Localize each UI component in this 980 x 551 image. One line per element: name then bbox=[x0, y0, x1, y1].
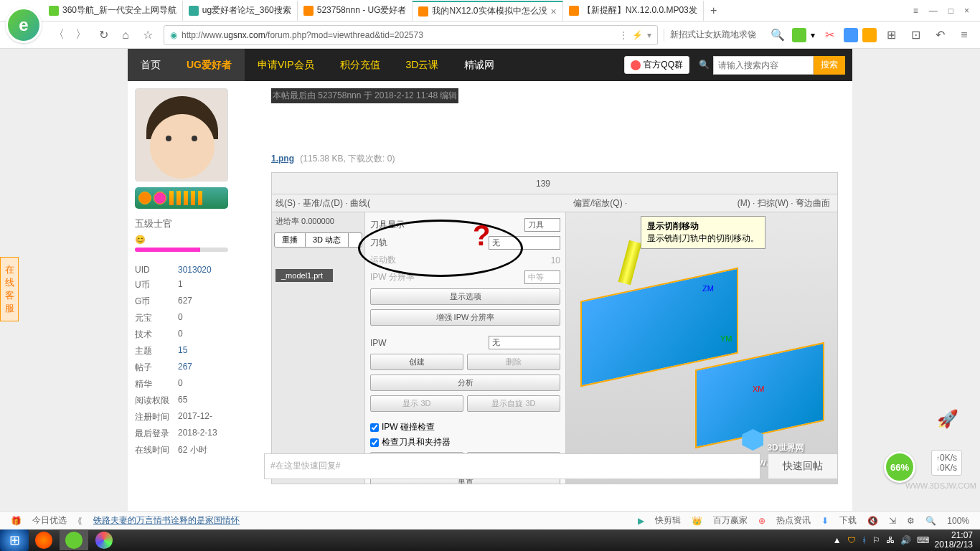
scroll-top-icon[interactable]: 🚀 bbox=[937, 409, 958, 429]
nav-ug[interactable]: UG爱好者 bbox=[174, 49, 245, 81]
undo-icon[interactable]: ↶ bbox=[930, 25, 950, 45]
nav-jc[interactable]: 精诚网 bbox=[451, 49, 507, 81]
browser-logo: e bbox=[6, 7, 42, 43]
user-panel: 五级士官 😊 UID3013020U币1G币627元宝0技术0主题15帖子267… bbox=[135, 81, 250, 491]
address-bar: 〈 〉 ↻ ⌂ ☆ ◉ http://www.ugsnx.com/forum.p… bbox=[0, 22, 980, 49]
task-icon-browser[interactable] bbox=[60, 530, 88, 550]
promo-text[interactable]: 新招式让女妖跪地求饶 bbox=[664, 29, 762, 41]
tab-0[interactable]: 360导航_新一代安全上网导航 bbox=[43, 1, 183, 21]
reload-icon[interactable]: ↻ bbox=[93, 25, 113, 45]
ext-icon-3[interactable] bbox=[844, 28, 858, 42]
support-tab[interactable]: 在线客服 bbox=[0, 257, 19, 321]
browser-status-bar: 🎁今日优选 ⟪铁路夫妻的万言情书诠释的是家国情怀 ▶快剪辑 👑百万赢家 ⊕热点资… bbox=[0, 511, 980, 529]
level-progress bbox=[135, 248, 228, 252]
quick-reply-button[interactable]: 快速回帖 bbox=[768, 453, 838, 479]
crown-icon[interactable]: 👑 bbox=[692, 516, 702, 526]
close-window-icon[interactable]: × bbox=[964, 6, 969, 16]
avatar[interactable] bbox=[135, 88, 228, 182]
attachment-link[interactable]: 1.png bbox=[271, 154, 294, 164]
minimize-icon[interactable]: — bbox=[929, 6, 938, 16]
settings-icon[interactable]: ⚙ bbox=[907, 516, 915, 526]
nav-vip[interactable]: 申请VIP会员 bbox=[245, 49, 327, 81]
ext-icon-1[interactable] bbox=[792, 28, 806, 42]
qq-button[interactable]: 官方QQ群 bbox=[624, 56, 689, 74]
edit-note: 本帖最后由 523758nnn 于 2018-2-12 11:48 编辑 bbox=[271, 88, 458, 103]
clock[interactable]: 21:072018/2/13 bbox=[935, 531, 973, 550]
nav-3d[interactable]: 3D云课 bbox=[393, 49, 452, 81]
corner-watermark: WWW.3DSJW.COM bbox=[905, 481, 976, 490]
chevron-down-icon[interactable]: ▾ bbox=[647, 30, 651, 40]
forum-search-button[interactable]: 搜索 bbox=[814, 56, 845, 75]
gift-icon[interactable]: 🎁 bbox=[11, 516, 22, 526]
post-body: 本帖最后由 523758nnn 于 2018-2-12 11:48 编辑 1.p… bbox=[250, 81, 845, 491]
ext-icon-2[interactable]: ▾ bbox=[811, 30, 815, 40]
forum-nav: 首页 UG爱好者 申请VIP会员 积分充值 3D云课 精诚网 官方QQ群 🔍 搜… bbox=[128, 49, 852, 81]
flash-icon[interactable]: ⚡ bbox=[632, 30, 643, 40]
new-tab-button[interactable]: + bbox=[704, 1, 724, 21]
net-speed: ↑0K/s↓0K/s bbox=[931, 450, 962, 476]
mood-icon: 😊 bbox=[135, 235, 250, 245]
nav-home[interactable]: 首页 bbox=[128, 49, 174, 81]
user-stats: UID3013020U币1G币627元宝0技术0主题15帖子267精华0阅读权限… bbox=[135, 263, 250, 458]
apps-icon[interactable]: ⊞ bbox=[881, 25, 901, 45]
tray-vol-icon[interactable]: 🔊 bbox=[900, 535, 911, 545]
scissors-icon[interactable]: ✂ bbox=[819, 25, 839, 45]
tab-3[interactable]: 我的NX12.0实体模拟中怎么没× bbox=[413, 1, 562, 21]
forum-search-input[interactable] bbox=[713, 56, 814, 75]
system-tray[interactable]: ▲ 🛡 ᚼ ⚐ 🖧 🔊 ⌨ 21:072018/2/13 bbox=[826, 531, 980, 550]
menu-icon[interactable]: ≡ bbox=[913, 6, 918, 16]
quick-reply-input[interactable]: #在这里快速回复# bbox=[264, 453, 760, 479]
tab-strip: 360导航_新一代安全上网导航 ug爱好者论坛_360搜索 523758nnn … bbox=[0, 0, 980, 22]
ext-icon-4[interactable] bbox=[862, 28, 877, 42]
tab-1[interactable]: ug爱好者论坛_360搜索 bbox=[183, 1, 298, 21]
favorite-icon[interactable]: ☆ bbox=[138, 25, 158, 45]
download-icon[interactable]: ⊡ bbox=[905, 25, 925, 45]
speed-badge[interactable]: 66% bbox=[884, 451, 915, 483]
close-icon[interactable]: × bbox=[551, 6, 557, 17]
zoom-level[interactable]: 100% bbox=[947, 516, 969, 526]
tray-action-icon[interactable]: ⚐ bbox=[872, 535, 880, 545]
mute-icon[interactable]: 🔇 bbox=[867, 516, 878, 526]
nav-credits[interactable]: 积分充值 bbox=[327, 49, 393, 81]
forward-icon[interactable]: 〉 bbox=[71, 25, 91, 45]
tray-lang-icon[interactable]: ⌨ bbox=[917, 535, 929, 545]
attachment-meta: (115.38 KB, 下载次数: 0) bbox=[300, 154, 395, 164]
search-icon[interactable]: 🔍 bbox=[768, 25, 788, 45]
user-rank: 五级士官 bbox=[135, 217, 250, 230]
taskbar: ⊞ ▲ 🛡 ᚼ ⚐ 🖧 🔊 ⌨ 21:072018/2/13 bbox=[0, 529, 980, 551]
tray-shield-icon[interactable]: 🛡 bbox=[847, 535, 856, 545]
attached-image[interactable]: 线(S) · 基准/点(D) · 曲线( 偏置/缩放(Q) · (M) · 扫掠… bbox=[271, 172, 838, 484]
tray-net-icon[interactable]: 🖧 bbox=[886, 535, 895, 545]
url-input[interactable]: ◉ http://www.ugsnx.com/forum.php?mod=vie… bbox=[164, 25, 658, 45]
tray-up-icon[interactable]: ▲ bbox=[833, 535, 842, 545]
start-button[interactable]: ⊞ bbox=[0, 529, 29, 551]
maximize-icon[interactable]: □ bbox=[948, 6, 953, 16]
compass-icon: ◉ bbox=[170, 30, 177, 40]
search-glass-icon[interactable]: 🔍 bbox=[695, 56, 713, 75]
menu-lines-icon[interactable]: ≡ bbox=[954, 25, 974, 45]
page-viewport: 在线客服 首页 UG爱好者 申请VIP会员 积分充值 3D云课 精诚网 官方QQ… bbox=[0, 49, 980, 515]
tab-2[interactable]: 523758nnn - UG爱好者 bbox=[298, 1, 413, 21]
dropdown-icon[interactable]: ⋮ bbox=[619, 30, 628, 40]
task-icon-1[interactable] bbox=[29, 530, 58, 550]
tray-bt-icon[interactable]: ᚼ bbox=[862, 535, 867, 545]
news-link[interactable]: 铁路夫妻的万言情书诠释的是家国情怀 bbox=[93, 514, 240, 527]
play-icon[interactable]: ▶ bbox=[638, 516, 644, 526]
tab-4[interactable]: 【新提醒】NX.12.0.0.MP03发 bbox=[563, 1, 704, 21]
exit-icon[interactable]: ⇲ bbox=[889, 516, 896, 526]
back-icon[interactable]: 〈 bbox=[49, 25, 69, 45]
task-icon-3[interactable] bbox=[90, 530, 118, 550]
home-icon[interactable]: ⌂ bbox=[116, 25, 136, 45]
rank-badge bbox=[135, 187, 228, 209]
